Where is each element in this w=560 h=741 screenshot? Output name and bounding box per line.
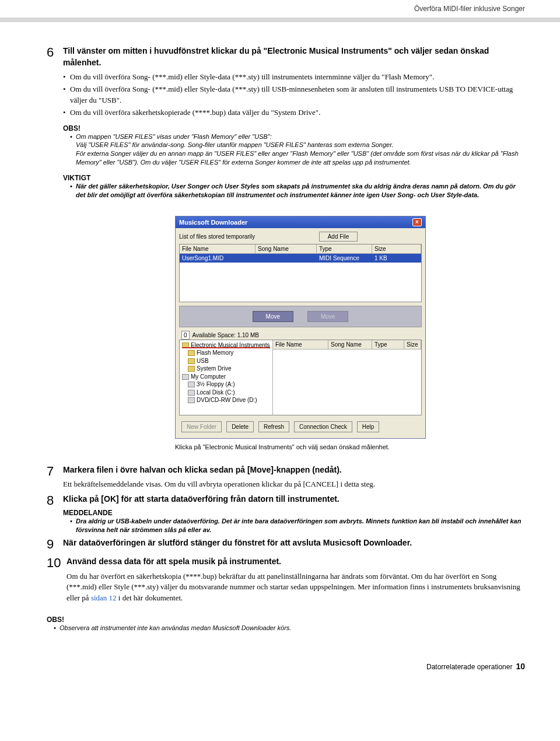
meddelande-label: MEDDELANDE xyxy=(63,509,525,517)
step-8: 8 Klicka på [OK] för att starta dataöver… xyxy=(47,494,525,534)
top-file-pane: File Name Song Name Type Size UserSong1.… xyxy=(179,244,422,302)
meddelande-text: Dra aldrig ur USB-kabeln under dataöverf… xyxy=(76,517,525,534)
tree-item-my-computer[interactable]: My Computer xyxy=(182,373,270,381)
breadcrumb: Överföra MIDI-filer inklusive Songer xyxy=(0,0,560,18)
bottom-columns: File Name Song Name Type Size xyxy=(273,340,421,349)
move-down-button[interactable]: Move xyxy=(253,311,293,322)
cell-songname xyxy=(256,254,317,263)
step-6-bullet-3: Om du vill överföra säkerhetskopierade (… xyxy=(70,107,320,118)
step-6: 6 Till vänster om mitten i huvudfönstret… xyxy=(47,46,525,200)
move-button-row: Move Move xyxy=(179,306,422,327)
window-title: Musicsoft Downloader xyxy=(179,219,247,226)
help-button[interactable]: Help xyxy=(357,421,380,432)
obs-2-label: OBS! xyxy=(47,616,525,624)
cell-filename: UserSong1.MID xyxy=(180,254,256,263)
delete-button[interactable]: Delete xyxy=(226,421,254,432)
step-9: 9 När dataöverföringen är slutförd stäng… xyxy=(47,537,525,553)
col2-song-name[interactable]: Song Name xyxy=(328,340,372,349)
col2-file-name[interactable]: File Name xyxy=(273,340,328,349)
col-song-name[interactable]: Song Name xyxy=(256,244,317,253)
window-titlebar: Musicsoft Downloader × xyxy=(176,216,425,228)
step-6-bullet-1: Om du vill överföra Song- (***.mid) elle… xyxy=(70,72,434,83)
step-10: 10 Använd dessa data för att spela musik… xyxy=(47,556,525,604)
bottom-button-row: New Folder Delete Refresh Connection Che… xyxy=(179,415,422,435)
step-7: 7 Markera filen i övre halvan och klicka… xyxy=(47,464,525,490)
available-space-label: Available Space: 1.10 MB xyxy=(192,332,259,338)
step-6-title: Till vänster om mitten i huvudfönstret k… xyxy=(63,46,525,68)
tree-item-floppy[interactable]: 3½ Floppy (A:) xyxy=(188,380,270,389)
col2-size[interactable]: Size xyxy=(404,340,421,349)
cell-size: 1 KB xyxy=(372,254,421,263)
step-number: 10 xyxy=(47,556,66,604)
new-folder-button[interactable]: New Folder xyxy=(181,421,222,432)
step-number: 6 xyxy=(47,46,63,200)
step-number: 9 xyxy=(47,537,63,553)
step-10-title: Använd dessa data för att spela musik på… xyxy=(66,556,525,568)
move-up-button[interactable]: Move xyxy=(307,311,348,322)
downloader-screenshot: Musicsoft Downloader × List of files sto… xyxy=(175,216,426,439)
step-7-text: Ett bekräftelsemeddelande visas. Om du v… xyxy=(63,479,525,490)
step-10-text: Om du har överfört en säkerhetskopia (**… xyxy=(66,571,525,604)
step-number: 8 xyxy=(47,494,63,534)
page-footer: Datorrelaterade operationer10 xyxy=(47,662,525,671)
col-type[interactable]: Type xyxy=(317,244,372,253)
cell-type: MIDI Sequence xyxy=(317,254,372,263)
tree-item-system-drive[interactable]: System Drive xyxy=(188,365,270,373)
connection-check-button[interactable]: Connection Check xyxy=(294,421,352,432)
col2-type[interactable]: Type xyxy=(372,340,404,349)
tree-item-emi[interactable]: Electronic Musical Instruments xyxy=(182,341,270,349)
step-7-title: Markera filen i övre halvan och klicka s… xyxy=(63,464,525,476)
device-tree[interactable]: Electronic Musical Instruments Flash Mem… xyxy=(180,340,273,415)
col-file-name[interactable]: File Name xyxy=(180,244,256,253)
tree-item-local-disk[interactable]: Local Disk (C:) xyxy=(188,389,270,397)
step-6-bullet-2: Om du vill överföra Song- (***.mid) elle… xyxy=(70,84,525,106)
add-file-button[interactable]: Add File xyxy=(319,232,358,242)
tree-item-dvd[interactable]: DVD/CD-RW Drive (D:) xyxy=(188,396,270,404)
refresh-button[interactable]: Refresh xyxy=(258,421,289,432)
top-columns: File Name Song Name Type Size xyxy=(180,244,421,254)
obs-1-label: OBS! xyxy=(63,124,525,132)
viktigt-label: VIKTIGT xyxy=(63,174,525,182)
tree-item-flash[interactable]: Flash Memory xyxy=(188,349,270,357)
obs-2-text: Observera att instrumentet inte kan anvä… xyxy=(60,624,291,632)
step-8-title: Klicka på [OK] för att starta dataöverfö… xyxy=(63,494,525,505)
step-9-title: När dataöverföringen är slutförd stänger… xyxy=(63,537,525,549)
temp-list-label: List of files stored temporarily xyxy=(179,233,255,240)
obs-1-text: Om mappen "USER FILES" visas under "Flas… xyxy=(76,132,525,167)
viktigt-text: När det gäller säkerhetskopior, User Son… xyxy=(76,182,525,200)
screenshot-caption: Klicka på "Electronic Musical Instrument… xyxy=(175,443,397,450)
col-size[interactable]: Size xyxy=(372,244,421,253)
step-number: 7 xyxy=(47,464,63,490)
file-row-selected[interactable]: UserSong1.MID MIDI Sequence 1 KB xyxy=(180,254,421,263)
close-icon[interactable]: × xyxy=(412,218,422,226)
tree-item-usb[interactable]: USB xyxy=(188,357,270,365)
header-bar xyxy=(0,18,560,22)
page-12-link[interactable]: sidan 12 xyxy=(91,593,117,602)
